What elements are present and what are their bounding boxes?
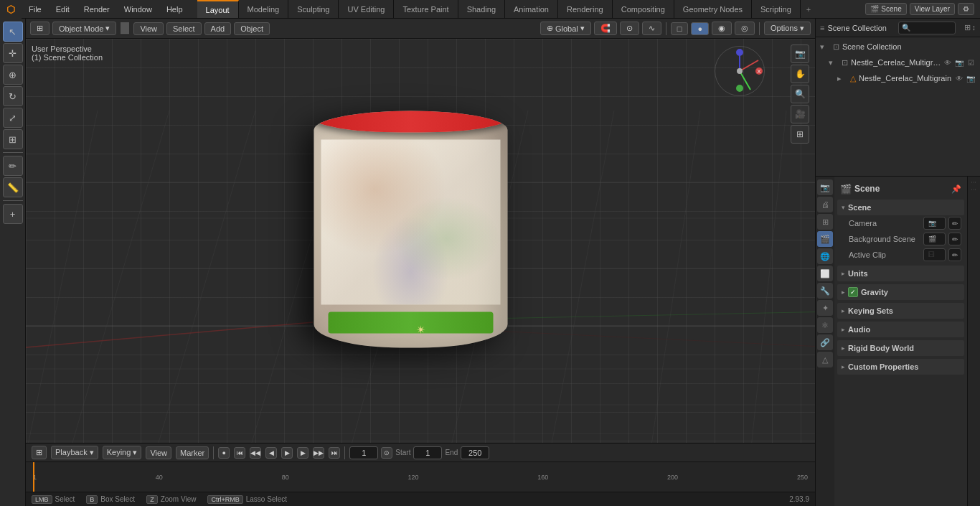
item-exclude-btn[interactable]: ☑ — [966, 59, 976, 67]
prop-tab-view-layer[interactable]: ⊞ — [817, 214, 833, 230]
rotate-tool[interactable]: ↻ — [3, 86, 23, 106]
outliner-item-nestle-collection[interactable]: ▾ ⊡ Nestle_Cerelac_Multigrain_wi... 👁 📷 … — [817, 55, 979, 70]
outliner-scene-collection[interactable]: ▾ ⊡ Scene Collection — [817, 39, 979, 55]
transform-orientation[interactable]: ⊕ Global ▾ — [540, 22, 591, 35]
render-region-btn[interactable]: ⊞ — [791, 125, 809, 144]
snapping-btn[interactable]: 🧲 — [594, 22, 617, 35]
view-menu-btn[interactable]: View — [133, 22, 164, 35]
shading-wire[interactable]: □ — [671, 22, 689, 35]
prop-tab-data[interactable]: △ — [817, 352, 833, 367]
active-clip-value[interactable]: 🎞 — [923, 248, 946, 261]
move-tool[interactable]: ⊕ — [3, 65, 23, 85]
next-frame-btn[interactable]: ▶▶ — [313, 447, 324, 459]
shading-material[interactable]: ◉ — [712, 22, 732, 35]
clip-edit-btn[interactable]: ✏ — [948, 248, 961, 261]
camera-fly-btn[interactable]: 🎥 — [791, 105, 809, 123]
settings-btn[interactable]: ⚙ — [958, 3, 974, 15]
keying-menu[interactable]: Keying ▾ — [103, 446, 142, 459]
end-frame[interactable]: 250 — [461, 446, 489, 459]
view-menu-tl[interactable]: View — [146, 446, 171, 459]
camera-value[interactable]: 📷 — [923, 217, 946, 230]
add-tool[interactable]: + — [3, 204, 23, 224]
item-view-btn[interactable]: 👁 — [943, 59, 953, 67]
annotate-tool[interactable]: ✏ — [3, 156, 23, 176]
object-mode-btn[interactable]: Object Mode ▾ — [52, 22, 116, 35]
background-scene-value[interactable]: 🎬 — [923, 233, 946, 245]
view-layer-selector[interactable]: View Layer — [910, 3, 955, 15]
add-menu-btn[interactable]: Add — [204, 22, 232, 35]
item-view-btn-2[interactable]: 👁 — [954, 75, 964, 83]
timeline-ruler[interactable]: 1 40 80 120 160 200 250 — [26, 462, 815, 492]
menu-window[interactable]: Window — [117, 0, 159, 18]
select-menu-btn[interactable]: Select — [166, 22, 202, 35]
prop-tab-render[interactable]: 📷 — [817, 179, 833, 195]
cursor-tool[interactable]: ✛ — [3, 43, 23, 63]
menu-render[interactable]: Render — [77, 0, 117, 18]
tab-layout[interactable]: Layout — [197, 0, 239, 18]
rigid-body-section-header[interactable]: ▸ Rigid Body World — [837, 340, 964, 356]
proportional-edit-btn[interactable]: ⊙ — [620, 22, 639, 35]
navigation-gizmo[interactable]: X — [715, 46, 772, 103]
menu-edit[interactable]: Edit — [49, 0, 77, 18]
record-btn[interactable]: ● — [218, 447, 230, 459]
outliner-sort-btn[interactable]: ↕ — [972, 23, 976, 32]
sync-mode-btn[interactable]: ⊙ — [381, 447, 392, 459]
options-btn[interactable]: Options ▾ — [764, 22, 811, 35]
prop-tab-world[interactable]: 🌐 — [817, 248, 833, 264]
camera-edit-btn[interactable]: ✏ — [948, 217, 961, 230]
prop-tab-physics[interactable]: ⚛ — [817, 317, 833, 333]
bg-scene-edit-btn[interactable]: ✏ — [948, 233, 961, 245]
prop-tab-modifier[interactable]: 🔧 — [817, 283, 833, 299]
scene-selector[interactable]: 🎬 User Perspective Scene — [865, 3, 906, 15]
gravity-section-header[interactable]: ▸ ✓ Gravity — [837, 284, 964, 300]
add-workspace-tab[interactable]: + — [801, 0, 816, 18]
editor-type-tl[interactable]: ⊞ — [32, 446, 47, 459]
tab-rendering[interactable]: Rendering — [558, 0, 613, 18]
prev-frame-btn[interactable]: ◀◀ — [250, 447, 261, 459]
shading-solid[interactable]: ● — [691, 22, 709, 35]
tab-shading[interactable]: Shading — [458, 0, 505, 18]
shading-render[interactable]: ◎ — [735, 22, 755, 35]
tab-compositing[interactable]: Compositing — [613, 0, 674, 18]
editor-type-btn[interactable]: ⊞ — [30, 22, 50, 35]
play-btn[interactable]: ▶ — [281, 447, 293, 459]
jump-start-btn[interactable]: ⏮ — [234, 447, 245, 459]
prop-tab-particles[interactable]: ✦ — [817, 300, 833, 316]
playback-menu[interactable]: Playback ▾ — [51, 446, 98, 459]
tab-sculpting[interactable]: Sculpting — [288, 0, 339, 18]
outliner-filter-btn[interactable]: ⊞ — [964, 23, 971, 32]
object-menu-btn[interactable]: Object — [234, 22, 270, 35]
menu-help[interactable]: Help — [159, 0, 190, 18]
tab-modeling[interactable]: Modeling — [239, 0, 289, 18]
tab-uv-editing[interactable]: UV Editing — [339, 0, 394, 18]
prop-tab-object[interactable]: ⬜ — [817, 266, 833, 281]
outliner-search[interactable]: 🔍 — [898, 22, 956, 34]
camera-view-btn[interactable]: 📷 — [791, 44, 809, 63]
scale-tool[interactable]: ⤢ — [3, 108, 23, 128]
tab-scripting[interactable]: Scripting — [752, 0, 801, 18]
current-frame[interactable]: 1 — [349, 446, 378, 459]
measure-tool[interactable]: 📏 — [3, 177, 23, 197]
blender-logo[interactable]: ⬡ — [0, 0, 22, 19]
next-keyframe-btn[interactable]: ▶ — [297, 447, 308, 459]
outliner-item-nestle-mesh[interactable]: ▸ △ Nestle_Cerelac_Multigrain 👁 📷 — [817, 70, 979, 86]
units-section-header[interactable]: ▸ Units — [837, 266, 964, 281]
audio-section-header[interactable]: ▸ Audio — [837, 322, 964, 337]
prop-tab-output[interactable]: 🖨 — [817, 197, 833, 212]
falloff-btn[interactable]: ∿ — [642, 22, 661, 35]
prop-tab-scene[interactable]: 🎬 — [817, 231, 833, 247]
tab-animation[interactable]: Animation — [505, 0, 558, 18]
prop-pin-btn[interactable]: 📌 — [951, 184, 961, 194]
search-input[interactable] — [910, 24, 952, 32]
scene-section-header[interactable]: ▾ Scene — [837, 200, 964, 215]
start-frame[interactable]: 1 — [413, 446, 442, 459]
tab-geometry-nodes[interactable]: Geometry Nodes — [674, 0, 752, 18]
viewport-canvas[interactable]: ✴ User Perspective (1) Scene Collection … — [26, 39, 815, 443]
tab-texture-paint[interactable]: Texture Paint — [394, 0, 458, 18]
item-render-btn-2[interactable]: 📷 — [966, 75, 976, 83]
item-render-btn[interactable]: 📷 — [954, 59, 964, 67]
prop-tab-constraints[interactable]: 🔗 — [817, 334, 833, 350]
zoom-in-btn[interactable]: 🔍 — [791, 85, 809, 103]
hand-tool-btn[interactable]: ✋ — [791, 65, 809, 83]
keying-section-header[interactable]: ▸ Keying Sets — [837, 303, 964, 319]
